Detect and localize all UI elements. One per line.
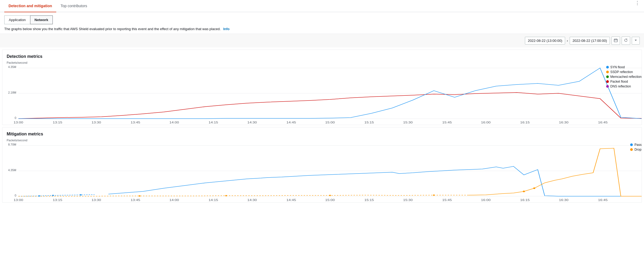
mitigation-more-btn[interactable]: ⋮ xyxy=(635,0,640,6)
svg-text:13:00: 13:00 xyxy=(14,198,23,202)
sub-tabs: Application Network xyxy=(0,12,644,24)
svg-text:14:30: 14:30 xyxy=(247,121,257,124)
svg-point-33 xyxy=(523,191,525,192)
svg-point-30 xyxy=(225,195,227,196)
svg-text:14:30: 14:30 xyxy=(247,198,257,202)
detection-svg-area: 13:00 13:15 13:30 13:45 14:00 14:15 14:3… xyxy=(18,65,642,125)
svg-point-32 xyxy=(433,195,435,196)
svg-text:14:00: 14:00 xyxy=(169,121,179,124)
time-end-value: 2022-08-22 (17:00:00) xyxy=(573,39,607,43)
detection-chart-svg: 13:00 13:15 13:30 13:45 14:00 14:15 14:3… xyxy=(18,65,642,124)
svg-text:16:00: 16:00 xyxy=(481,121,491,124)
mitigation-chart-container: 8.70M 4.35M 0 xyxy=(2,143,642,202)
svg-text:15:00: 15:00 xyxy=(325,121,335,124)
mitigation-metrics-section: ⋮ Mitigation metrics Packets/second 8.70… xyxy=(2,127,642,203)
calendar-icon-btn[interactable] xyxy=(611,37,620,45)
svg-text:16:45: 16:45 xyxy=(598,198,608,202)
mitigation-metrics-title: Mitigation metrics xyxy=(2,132,642,139)
mitigation-y-label: Packets/second xyxy=(2,139,642,142)
svg-text:15:30: 15:30 xyxy=(403,198,413,202)
svg-text:13:15: 13:15 xyxy=(53,121,62,124)
svg-text:14:45: 14:45 xyxy=(286,198,296,202)
detection-metrics-section: ⋮ Detection metrics Packets/second 4.35M… xyxy=(2,50,642,125)
svg-text:15:30: 15:30 xyxy=(403,121,413,124)
svg-text:13:45: 13:45 xyxy=(131,121,140,124)
detection-y-labels: 4.35M 2.18M 0 xyxy=(2,65,18,125)
svg-text:15:45: 15:45 xyxy=(442,198,452,202)
sub-tab-application[interactable]: Application xyxy=(4,15,30,24)
mitigation-svg-area: 13:00 13:15 13:30 13:45 14:00 14:15 14:3… xyxy=(18,143,642,202)
dropdown-arrow-btn[interactable] xyxy=(632,37,640,45)
svg-text:16:30: 16:30 xyxy=(559,121,569,124)
refresh-icon xyxy=(624,38,628,42)
svg-text:13:30: 13:30 xyxy=(91,121,101,124)
time-start-value: 2022-08-22 (13:00:00) xyxy=(528,39,562,43)
tab-detection-mitigation[interactable]: Detection and mitigation xyxy=(4,0,56,12)
sub-tab-network[interactable]: Network xyxy=(30,15,53,24)
time-start-btn[interactable]: 2022-08-22 (13:00:00) xyxy=(525,37,565,45)
svg-text:13:45: 13:45 xyxy=(131,198,140,202)
svg-text:14:45: 14:45 xyxy=(286,121,296,124)
mitigation-legend: Pass Drop xyxy=(630,143,642,152)
page: Detection and mitigation Top contributor… xyxy=(0,0,644,253)
svg-text:14:00: 14:00 xyxy=(169,198,179,202)
detection-y-label: Packets/second xyxy=(2,61,642,64)
mitigation-chart-svg: 13:00 13:15 13:30 13:45 14:00 14:15 14:3… xyxy=(18,143,642,202)
time-end-btn[interactable]: 2022-08-22 (17:00:00) xyxy=(570,37,610,45)
top-tabs: Detection and mitigation Top contributor… xyxy=(0,0,644,12)
mitigation-y-labels: 8.70M 4.35M 0 xyxy=(2,143,18,202)
svg-point-31 xyxy=(329,195,331,196)
time-range-row: 2022-08-22 (13:00:00) › 2022-08-22 (17:0… xyxy=(0,34,644,47)
svg-text:13:15: 13:15 xyxy=(53,198,62,202)
detection-legend: SYN flood SSDP reflection Memcached refl… xyxy=(606,65,642,89)
tab-top-contributors[interactable]: Top contributors xyxy=(56,0,91,12)
svg-text:13:30: 13:30 xyxy=(91,198,101,202)
time-arrow: › xyxy=(567,39,568,43)
svg-point-26 xyxy=(38,195,40,197)
svg-text:16:15: 16:15 xyxy=(520,198,530,202)
svg-text:15:45: 15:45 xyxy=(442,121,452,124)
calendar-icon xyxy=(614,38,618,42)
svg-point-27 xyxy=(52,195,54,196)
detection-chart-container: 4.35M 2.18M 0 13:00 xyxy=(2,65,642,125)
svg-point-34 xyxy=(533,187,535,189)
svg-text:15:00: 15:00 xyxy=(325,198,335,202)
refresh-btn[interactable] xyxy=(622,37,630,45)
svg-text:14:15: 14:15 xyxy=(209,198,218,202)
svg-text:16:15: 16:15 xyxy=(520,121,530,124)
svg-point-29 xyxy=(139,195,140,197)
info-bar: The graphs below show you the traffic th… xyxy=(0,24,644,34)
info-bar-text: The graphs below show you the traffic th… xyxy=(4,27,221,31)
svg-text:13:00: 13:00 xyxy=(14,121,23,124)
svg-text:15:15: 15:15 xyxy=(364,198,374,202)
svg-text:14:15: 14:15 xyxy=(209,121,218,124)
detection-metrics-title: Detection metrics xyxy=(2,54,642,61)
svg-text:16:45: 16:45 xyxy=(598,121,608,124)
svg-text:15:15: 15:15 xyxy=(364,121,374,124)
svg-rect-0 xyxy=(614,39,617,42)
info-link[interactable]: Info xyxy=(223,27,230,31)
svg-point-28 xyxy=(80,194,82,196)
chevron-down-icon xyxy=(634,39,637,42)
svg-text:16:00: 16:00 xyxy=(481,198,491,202)
svg-text:16:30: 16:30 xyxy=(559,198,569,202)
